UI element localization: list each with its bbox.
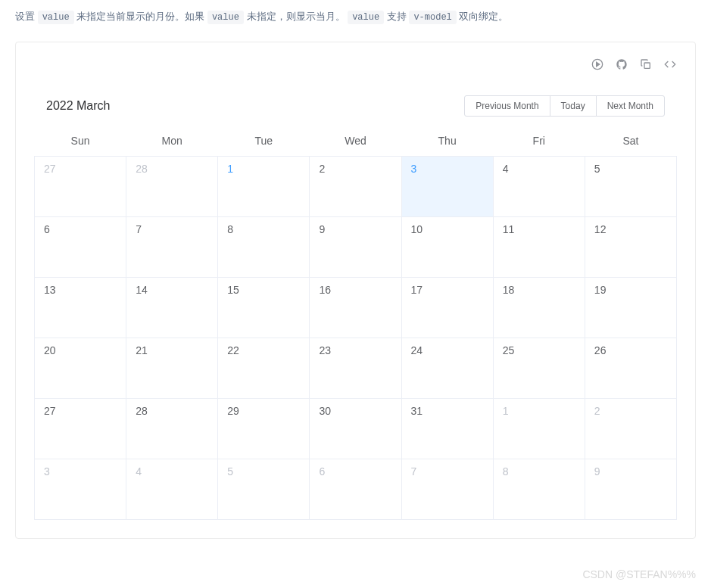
calendar-header: 2022 March Previous Month Today Next Mon… [34, 86, 677, 126]
copy-icon[interactable] [639, 58, 653, 71]
intro-code: value [207, 11, 244, 24]
calendar-week-row: 13141516171819 [35, 277, 677, 338]
calendar-day-cell[interactable]: 24 [401, 338, 493, 398]
calendar-day-cell[interactable]: 21 [126, 338, 218, 398]
weekday-header: Tue [218, 126, 310, 157]
intro-code: value [348, 11, 384, 24]
calendar-day-cell[interactable]: 6 [310, 459, 401, 519]
next-month-button[interactable]: Next Month [596, 95, 665, 117]
calendar-nav: Previous Month Today Next Month [464, 95, 665, 117]
weekday-row: SunMonTueWedThuFriSat [35, 126, 677, 157]
calendar-day-cell[interactable]: 28 [126, 156, 218, 216]
calendar-day-cell[interactable]: 27 [35, 156, 126, 216]
prev-month-button[interactable]: Previous Month [464, 95, 550, 117]
calendar-body: 2728123456789101112131415161718192021222… [35, 156, 677, 519]
calendar-day-cell[interactable]: 8 [493, 459, 585, 519]
calendar-day-cell[interactable]: 16 [310, 277, 401, 338]
intro-part: 支持 [384, 11, 409, 22]
calendar-day-cell[interactable]: 17 [401, 277, 493, 338]
calendar-day-cell[interactable]: 14 [126, 277, 218, 338]
svg-marker-1 [597, 62, 600, 66]
calendar-day-cell[interactable]: 7 [126, 216, 218, 277]
calendar-day-cell[interactable]: 31 [401, 398, 493, 459]
calendar-day-cell[interactable]: 3 [401, 156, 493, 216]
calendar-day-cell[interactable]: 12 [585, 216, 676, 277]
calendar-day-cell[interactable]: 30 [310, 398, 401, 459]
calendar-day-cell[interactable]: 26 [585, 338, 676, 398]
calendar-week-row: 272829303112 [35, 398, 677, 459]
intro-text: 设置 value 来指定当前显示的月份。如果 value 未指定，则显示当月。 … [15, 8, 696, 26]
calendar-day-cell[interactable]: 2 [585, 398, 676, 459]
calendar-day-cell[interactable]: 11 [493, 216, 585, 277]
weekday-header: Wed [310, 126, 401, 157]
calendar-day-cell[interactable]: 18 [493, 277, 585, 338]
play-icon[interactable] [591, 58, 604, 71]
code-icon[interactable] [663, 58, 677, 71]
calendar-week-row: 6789101112 [35, 216, 677, 277]
calendar-day-cell[interactable]: 5 [585, 156, 676, 216]
calendar-day-cell[interactable]: 29 [218, 398, 310, 459]
github-icon[interactable] [615, 58, 628, 71]
calendar-day-cell[interactable]: 19 [585, 277, 676, 338]
calendar-day-cell[interactable]: 28 [126, 398, 218, 459]
calendar-day-cell[interactable]: 6 [35, 216, 126, 277]
calendar-day-cell[interactable]: 9 [310, 216, 401, 277]
calendar-day-cell[interactable]: 3 [35, 459, 126, 519]
weekday-header: Sun [35, 126, 126, 157]
calendar-day-cell[interactable]: 15 [218, 277, 310, 338]
calendar-title: 2022 March [46, 99, 111, 113]
demo-card: 2022 March Previous Month Today Next Mon… [15, 42, 696, 539]
intro-code: v-model [409, 11, 456, 24]
weekday-header: Sat [585, 126, 676, 157]
intro-code: value [38, 11, 74, 24]
calendar-week-row: 3456789 [35, 459, 677, 519]
calendar-day-cell[interactable]: 20 [35, 338, 126, 398]
calendar-day-cell[interactable]: 13 [35, 277, 126, 338]
calendar-day-cell[interactable]: 4 [493, 156, 585, 216]
calendar-day-cell[interactable]: 9 [585, 459, 676, 519]
weekday-header: Thu [401, 126, 493, 157]
calendar-day-cell[interactable]: 1 [493, 398, 585, 459]
calendar-day-cell[interactable]: 1 [218, 156, 310, 216]
intro-part: 来指定当前显示的月份。如果 [74, 11, 207, 22]
svg-rect-2 [644, 63, 650, 68]
weekday-header: Fri [493, 126, 585, 157]
calendar-day-cell[interactable]: 4 [126, 459, 218, 519]
calendar-day-cell[interactable]: 22 [218, 338, 310, 398]
calendar-day-cell[interactable]: 8 [218, 216, 310, 277]
calendar-day-cell[interactable]: 5 [218, 459, 310, 519]
calendar-day-cell[interactable]: 27 [35, 398, 126, 459]
intro-part: 未指定，则显示当月。 [244, 11, 348, 22]
calendar-day-cell[interactable]: 10 [401, 216, 493, 277]
intro-part: 双向绑定。 [457, 11, 509, 22]
calendar-day-cell[interactable]: 7 [401, 459, 493, 519]
intro-part: 设置 [15, 11, 38, 22]
calendar-day-cell[interactable]: 23 [310, 338, 401, 398]
today-button[interactable]: Today [550, 95, 597, 117]
weekday-header: Mon [126, 126, 218, 157]
calendar-day-cell[interactable]: 2 [310, 156, 401, 216]
calendar-table: SunMonTueWedThuFriSat 272812345678910111… [34, 126, 677, 520]
calendar-week-row: 20212223242526 [35, 338, 677, 398]
calendar-day-cell[interactable]: 25 [493, 338, 585, 398]
calendar-week-row: 272812345 [35, 156, 677, 216]
demo-toolbar [34, 58, 677, 71]
